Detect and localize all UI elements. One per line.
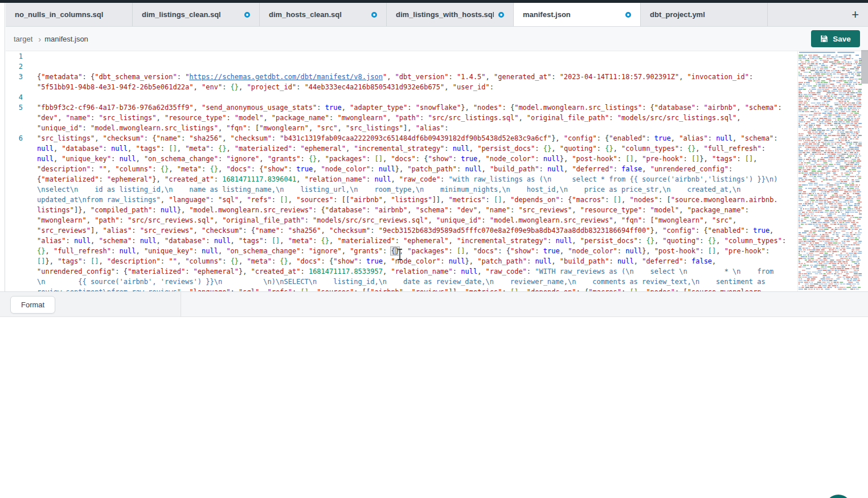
code-row: null, "unique_key": null, "on_schema_cha… xyxy=(6,154,797,164)
breadcrumb-bar: target › manifest.json Save xyxy=(6,27,868,51)
tab-label: dim_listings_clean.sql xyxy=(142,10,221,19)
code-text: listings"]}, "compiled_path": null}, "mo… xyxy=(37,206,749,214)
panel-divider xyxy=(181,292,181,317)
code-row: "mwonglearn", "path": "src/src_reviews.s… xyxy=(6,215,797,225)
code-rows: 123{"metadata": {"dbt_schema_version": "… xyxy=(6,51,797,291)
code-text: \nselect\n id as listing_id,\n name as l… xyxy=(37,186,740,194)
code-text: {}, "full_refresh": null, "unique_key": … xyxy=(37,247,769,255)
code-text: null, "database": null, "tags": [], "met… xyxy=(37,145,765,153)
code-row: "unrendered_config": {"materialized": "e… xyxy=(6,266,797,277)
tab-dim_hosts_clean.sql[interactable]: dim_hosts_clean.sql xyxy=(260,3,387,26)
line-number: 6 xyxy=(6,133,23,143)
code-row: listings"]}, "compiled_path": null}, "mo… xyxy=(6,205,797,215)
tab-label: manifest.json xyxy=(523,10,571,19)
code-text: "5f51bb91-94b8-4e31-94f2-26b5e061d22a", … xyxy=(37,83,494,91)
code-text: \n {{ source('airbnb', 'reviews') }}\n \… xyxy=(37,278,765,286)
code-text: {"materialized": "ephemeral"}, "created_… xyxy=(37,175,778,183)
line-number: 2 xyxy=(6,61,23,72)
line-number: 3 xyxy=(6,72,23,82)
tab-label: dim_listings_with_hosts.sql xyxy=(396,10,494,19)
unsaved-changes-dot[interactable] xyxy=(244,12,250,18)
code-text: "mwonglearn", "path": "src/src_reviews.s… xyxy=(37,216,736,224)
code-row: "unique_id": "model.mwonglearn.src_listi… xyxy=(6,123,797,133)
line-number: 4 xyxy=(6,92,23,102)
line-number: 1 xyxy=(6,51,23,61)
code-text: "src_reviews"], "alias": "src_reviews", … xyxy=(37,227,773,234)
editor-scrollbar-thumb[interactable] xyxy=(861,50,868,84)
code-text: "src_listings", "checksum": {"name": "sh… xyxy=(37,134,778,142)
code-row: 2 xyxy=(6,61,797,72)
tab-manifest.json[interactable]: manifest.json xyxy=(514,3,641,26)
tab-bar: no_nulls_in_columns.sqldim_listings_clea… xyxy=(6,3,868,27)
code-row: null, "database": null, "tags": [], "met… xyxy=(6,143,797,154)
code-text: null, "unique_key": null, "on_schema_cha… xyxy=(37,155,758,163)
format-button[interactable]: Format xyxy=(10,296,55,314)
code-row: []}, "tags": [], "description": "", "col… xyxy=(6,256,797,266)
editor-minimap[interactable] xyxy=(797,51,862,291)
code-row: 5"fbb9f3c2-cf96-4a17-b736-976a62d35ff9",… xyxy=(6,102,797,113)
code-row: "alias": null, "schema": null, "database… xyxy=(6,236,797,246)
code-row: 1 xyxy=(6,51,797,61)
code-row: 3{"metadata": {"dbt_schema_version": "ht… xyxy=(6,72,797,82)
tab-no_nulls_in_columns.sql[interactable]: no_nulls_in_columns.sql xyxy=(6,3,133,26)
tab-label: no_nulls_in_columns.sql xyxy=(15,10,103,19)
unsaved-changes-dot[interactable] xyxy=(371,12,377,18)
code-text: "dev", "name": "src_listings", "resource… xyxy=(37,114,741,122)
tab-dim_listings_with_hosts.sql[interactable]: dim_listings_with_hosts.sql xyxy=(387,3,514,26)
code-row: updated_at\nfrom raw_listings", "languag… xyxy=(6,195,797,205)
breadcrumb-chevron-icon: › xyxy=(38,34,41,44)
code-row: "src_reviews"], "alias": "src_reviews", … xyxy=(6,225,797,236)
save-button-label: Save xyxy=(833,35,851,43)
tab-label: dim_hosts_clean.sql xyxy=(269,10,342,19)
line-number: 5 xyxy=(6,102,23,113)
code-row: "5f51bb91-94b8-4e31-94f2-26b5e061d22a", … xyxy=(6,82,797,92)
new-tab-button[interactable]: + xyxy=(848,9,862,20)
save-button[interactable]: Save xyxy=(811,30,860,47)
tab-label: dbt_project.yml xyxy=(650,10,705,19)
breadcrumb-file: manifest.json xyxy=(44,35,88,43)
tab-bar-tabs: no_nulls_in_columns.sqldim_listings_clea… xyxy=(6,3,768,26)
save-icon xyxy=(820,35,828,43)
code-row: {}, "full_refresh": null, "unique_key": … xyxy=(6,246,797,256)
tab-dim_listings_clean.sql[interactable]: dim_listings_clean.sql xyxy=(133,3,260,26)
bottom-panel-right xyxy=(181,292,868,316)
breadcrumb-folder: target xyxy=(14,35,32,43)
code-text: "unrendered_config": {"materialized": "e… xyxy=(37,267,773,275)
code-row: review_sentiment\nfrom raw_reviews", "la… xyxy=(6,287,797,291)
code-text: "fbb9f3c2-cf96-4a17-b736-976a62d35ff9", … xyxy=(37,104,782,112)
bottom-panel-bar: Format xyxy=(0,291,868,317)
code-text: {"metadata": {"dbt_schema_version": "htt… xyxy=(37,73,753,81)
code-row: \n {{ source('airbnb', 'reviews') }}\n \… xyxy=(6,277,797,287)
tab-bar-rest: + xyxy=(768,3,868,26)
code-text: "description": "", "columns": {}, "meta"… xyxy=(37,165,732,173)
tab-dbt_project.yml[interactable]: dbt_project.yml xyxy=(641,3,768,26)
code-text: updated_at\nfrom raw_listings", "languag… xyxy=(37,196,778,204)
collapsed-left-panel[interactable] xyxy=(0,3,5,316)
results-empty-area xyxy=(0,317,868,498)
code-editor[interactable]: 123{"metadata": {"dbt_schema_version": "… xyxy=(6,51,797,291)
code-row: "description": "", "columns": {}, "meta"… xyxy=(6,164,797,174)
code-row: "dev", "name": "src_listings", "resource… xyxy=(6,113,797,123)
code-text: []}, "tags": [], "description": "", "col… xyxy=(37,257,716,265)
unsaved-changes-dot[interactable] xyxy=(625,12,631,18)
ide-window: no_nulls_in_columns.sqldim_listings_clea… xyxy=(0,0,868,498)
code-row: 6"src_listings", "checksum": {"name": "s… xyxy=(6,133,797,143)
unsaved-changes-dot[interactable] xyxy=(498,12,504,18)
code-row: {"materialized": "ephemeral"}, "created_… xyxy=(6,174,797,184)
code-text: "alias": null, "schema": null, "database… xyxy=(37,237,786,245)
code-text: "unique_id": "model.mwonglearn.src_listi… xyxy=(37,124,449,132)
code-row: 4 xyxy=(6,92,797,102)
code-row: \nselect\n id as listing_id,\n name as l… xyxy=(6,184,797,195)
